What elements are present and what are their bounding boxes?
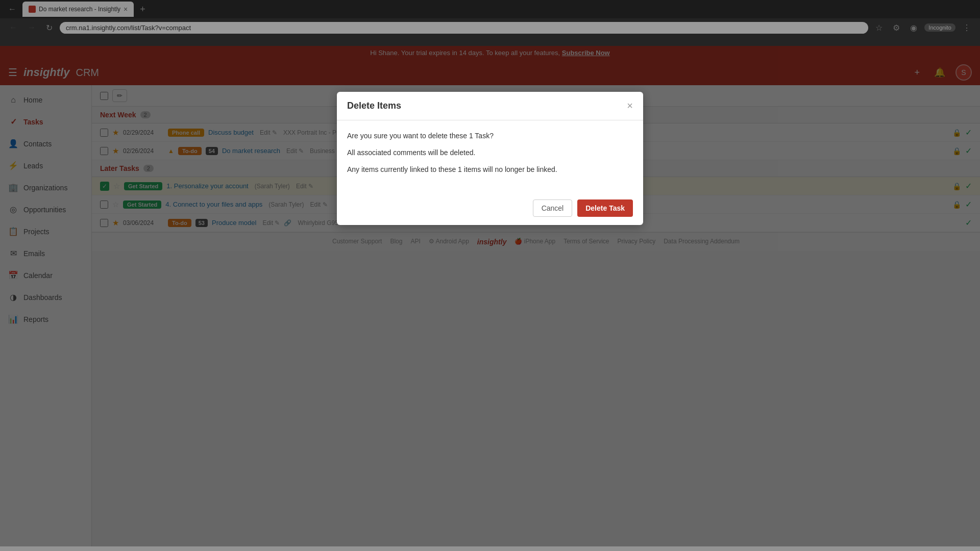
modal-message-2: All associated comments will be deleted. (347, 147, 633, 158)
modal-body: Are you sure you want to delete these 1 … (337, 120, 643, 191)
modal-overlay: Delete Items × Are you sure you want to … (0, 0, 980, 546)
delete-task-button[interactable]: Delete Task (577, 199, 633, 217)
modal-header: Delete Items × (337, 92, 643, 120)
modal-footer: Cancel Delete Task (337, 191, 643, 225)
delete-items-modal: Delete Items × Are you sure you want to … (337, 92, 643, 225)
modal-title: Delete Items (347, 101, 401, 111)
cancel-button[interactable]: Cancel (533, 199, 573, 217)
modal-message-3: Any items currently linked to these 1 it… (347, 164, 633, 175)
modal-close-btn[interactable]: × (627, 100, 633, 112)
modal-message-1: Are you sure you want to delete these 1 … (347, 131, 633, 141)
